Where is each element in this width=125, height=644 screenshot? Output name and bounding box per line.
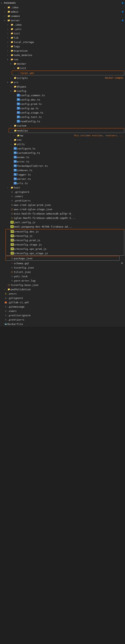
tree-item-readconfig[interactable]: TS readConfig.ts (0, 119, 125, 124)
tree-item-ormconfig-dev[interactable]: JS ormconfig.dev.js (6, 229, 124, 234)
tree-item-docker[interactable]: 📂 docker (0, 62, 125, 66)
tree-item-prettierrc-root[interactable]: ≡ .prettierrc (0, 318, 125, 322)
tree-item-schema-gql[interactable]: ✦ schema.gql M (0, 261, 125, 266)
tree-item-logger-ts[interactable]: TS logger.ts (0, 172, 125, 177)
ts-icon: TS (14, 152, 17, 154)
tree-item-indexes-ts[interactable]: TS indexes.ts (0, 168, 125, 172)
tree-item-prettierrc-server[interactable]: ≡ .prettierrc (0, 198, 125, 203)
tree-item-enums-ts[interactable]: TS enums.ts (0, 155, 125, 159)
tree-item-server-ts[interactable]: TS server.ts (0, 177, 125, 181)
tree-item-pwdvalidation[interactable]: 📁 pwdValidation (0, 287, 125, 292)
tree-item-error-ts[interactable]: TS error.ts (0, 159, 125, 164)
tree-item-gitlab-ci[interactable]: 🦊 .gitlab-ci.yml (0, 300, 125, 304)
tree-item-modules[interactable]: 📁 modules (9, 128, 124, 133)
tree-item-init-sub[interactable]: 📁 init (0, 66, 125, 70)
tree-item-yarn-error[interactable]: ≡ yarn-error.log (0, 278, 125, 283)
env-icon: $ (4, 292, 8, 295)
tree-item-ormconfig-prod[interactable]: JS ormconfig.prod.js (6, 238, 124, 242)
tree-item-tsconfig-base[interactable]: {} tsconfig.base.json (0, 283, 125, 287)
tree-item-tslint-json[interactable]: {} tslint.json (0, 270, 125, 274)
tree-item-lib[interactable]: 📁 lib (0, 36, 125, 40)
ts-icon: TS (16, 107, 20, 110)
tree-item-migration[interactable]: 📁 migration (0, 48, 125, 53)
tree-item-configure-ts[interactable]: TS configure.ts (0, 146, 125, 151)
src-arrow (7, 81, 10, 84)
folder-icon: 📁 (10, 32, 14, 35)
indexes-ts-label: indexes.ts (17, 169, 124, 172)
tree-item-utils[interactable]: 📁 utils (0, 142, 125, 146)
tree-item-gitmessage[interactable]: ≡ .gitmessage (0, 304, 125, 309)
gitmessage-label: .gitmessage (8, 305, 124, 308)
tree-item-prettierignore[interactable]: ≡ .prettierignore (0, 313, 125, 318)
tree-item-admin[interactable]: 📁 admin (0, 10, 125, 14)
tree-item-dockerfile[interactable]: 🐳 Dockerfile (0, 322, 125, 326)
tree-item-common[interactable]: 📁 common (0, 14, 125, 18)
json-icon: {} (10, 257, 14, 260)
gitignore-root-label: .gitignore (8, 296, 124, 300)
ts-icon: TS (14, 173, 17, 176)
tree-item-jest-config[interactable]: JS jest.config.js (0, 220, 125, 224)
tree-item-nvmrc-root[interactable]: ≡ .nvmrc (0, 309, 125, 313)
tree-item-config-prod[interactable]: TS config.prod.ts (0, 102, 125, 106)
tree-item-config-common[interactable]: TS config.common.ts (0, 93, 125, 98)
local-storage-arrow (7, 41, 10, 43)
tree-item-aws-cred-prod[interactable]: {} aws-cred-igloo-prod.json (0, 203, 125, 207)
tree-item-config-stage[interactable]: TS config.stage.ts (0, 110, 125, 115)
tree-item-ormconfig-vpn-stage[interactable]: JS ormconfig.vpn_stage.js (6, 251, 124, 255)
settings-icon: ⚙ (10, 266, 14, 269)
tree-item-igloo-firebase[interactable]: {} igloo-9eef5-firebase-adminsdk-zppdt-3… (0, 216, 125, 220)
yalc-arrow (7, 28, 10, 30)
folder-icon: 📁 (7, 15, 11, 17)
tree-item-idea-server[interactable]: 📁 .idea (0, 22, 125, 27)
tree-item-yalc-lock[interactable]: ≡ yalc.lock (0, 274, 125, 278)
tree-item-mw[interactable]: 📁 mw This includes entities, resolvers, … (0, 133, 125, 138)
tree-item-ormconfig-vpn-prod[interactable]: JS ormconfig.vpn_prod.js (6, 247, 124, 251)
tree-item-config-test[interactable]: TS config.test.ts (0, 115, 125, 119)
tree-item-scripts[interactable]: 📁 scripts docker-compos (0, 76, 125, 80)
json-icon: {} (10, 204, 14, 206)
tree-item-medi-firebase[interactable]: JS medi-pangpang-dev-45766-firebase-ad..… (0, 224, 125, 229)
ormconfig-label: ormconfig.js (14, 234, 122, 238)
tree-item-customconfig-ts[interactable]: TS CustomConfig.ts (0, 151, 125, 155)
tree-item-urls-ts[interactable]: TS urls.ts (0, 181, 125, 185)
res-arrow (7, 58, 10, 60)
tree-item-yalc[interactable]: 📁 .yalc (0, 27, 125, 31)
yalc-lock-label: yalc.lock (14, 275, 124, 278)
tree-item-tsconfig-json[interactable]: ⚙ tsconfig.json (0, 266, 125, 270)
tree-item-formatapolloerror-ts[interactable]: TS formatApolloError.ts (0, 164, 125, 168)
tree-item-types[interactable]: 📁 @types (0, 84, 125, 89)
ormconfig-stage-label: ormconfig.stage.js (14, 243, 122, 246)
packages-header[interactable]: packages (0, 1, 125, 5)
tree-item-evix-firebase[interactable]: {} evix-health-firebase-adminsdk-p37gr-0… (0, 212, 125, 216)
tree-item-package-json[interactable]: {} package.json (6, 256, 119, 260)
tslint-json-label: tslint.json (14, 270, 124, 274)
tree-item-ormconfig[interactable]: JS ormconfig.js (6, 234, 124, 238)
tree-item-local-storage[interactable]: 📁 local_storage (0, 40, 125, 44)
tree-item-logs[interactable]: 📁 logs (0, 44, 125, 48)
tree-item-config-dev[interactable]: TS config.dev.ts (0, 98, 125, 102)
tree-item-gitignore-root[interactable]: ◆ .gitignore (0, 296, 125, 300)
tree-item-res-sub[interactable]: 📁 res (0, 138, 125, 142)
tree-item-gitignore-server[interactable]: ◆ .gitignore (0, 190, 125, 194)
tree-item-node-modules[interactable]: 📁 node_modules (0, 53, 125, 57)
mw-arrow (14, 134, 16, 137)
configure-ts-label: configure.ts (17, 147, 124, 150)
tree-item-ormconfig-stage[interactable]: JS ormconfig.stage.js (6, 242, 124, 247)
server-ts-label: server.ts (17, 178, 124, 180)
js-icon: JS (10, 248, 14, 250)
tree-item-src[interactable]: 📂 src (0, 80, 125, 84)
tree-item-idea-root[interactable]: 📁 .idea (0, 5, 125, 10)
tree-item-res[interactable]: 📂 res (0, 57, 125, 62)
yaml-icon: ⚠ (17, 72, 20, 74)
tree-item-aws-cred-stage[interactable]: {} aws-cred-igloo-stage.json (0, 207, 125, 212)
tree-item-server[interactable]: 📂 server (0, 18, 125, 22)
tree-item-config[interactable]: 📂 config (0, 89, 125, 93)
tree-item-custom[interactable]: 📁 custom (0, 124, 125, 128)
tree-item-envrc-root[interactable]: $ .envrc (0, 292, 125, 296)
tree-item-test[interactable]: 📁 test (0, 185, 125, 190)
tree-item-init[interactable]: 📁 init (0, 31, 125, 36)
packages-label: packages (4, 2, 122, 4)
tree-item-config-qa[interactable]: TS config.qa.ts (0, 106, 125, 110)
tree-item-local-yml[interactable]: ⚠ local.yml (12, 71, 124, 75)
tree-item-nvmrc-server[interactable]: ≡ .nvmrc (0, 194, 125, 198)
